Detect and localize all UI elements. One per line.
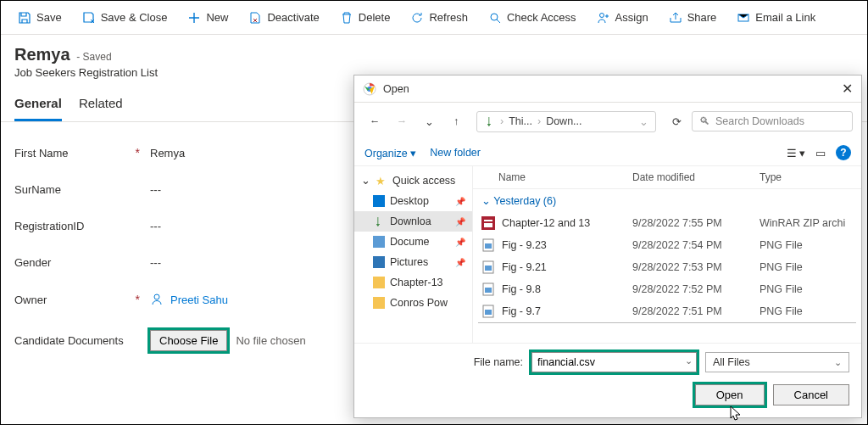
file-date: 9/28/2022 7:51 PM bbox=[632, 305, 760, 317]
regid-value[interactable]: --- bbox=[150, 220, 161, 232]
star-icon: ★ bbox=[376, 175, 387, 187]
group-yesterday[interactable]: ⌄ Yesterday (6) bbox=[473, 189, 861, 212]
regid-label: RegistrationID bbox=[14, 220, 84, 232]
share-button[interactable]: Share bbox=[660, 8, 726, 28]
owner-value[interactable]: Preeti Sahu bbox=[150, 293, 228, 306]
file-row[interactable]: Fig - 9.79/28/2022 7:51 PMPNG File bbox=[473, 300, 861, 322]
tree-chapter13[interactable]: Chapter-13 bbox=[354, 272, 472, 293]
file-icon bbox=[481, 216, 495, 230]
filter-dropdown[interactable]: All Files⌄ bbox=[705, 352, 849, 372]
pin-icon: 📌 bbox=[455, 258, 465, 267]
pictures-icon bbox=[373, 256, 385, 268]
forward-icon: → bbox=[390, 109, 414, 133]
record-saved: - Saved bbox=[76, 51, 111, 63]
command-bar: Save Save & Close New Deactivate Delete … bbox=[1, 1, 867, 35]
file-row[interactable]: Fig - 9.239/28/2022 7:54 PMPNG File bbox=[473, 234, 861, 256]
surname-value[interactable]: --- bbox=[150, 183, 161, 196]
svg-point-0 bbox=[491, 14, 498, 20]
tree-desktop[interactable]: Desktop📌 bbox=[354, 191, 472, 211]
file-icon bbox=[481, 305, 495, 318]
save-button[interactable]: Save bbox=[9, 8, 70, 28]
tab-general[interactable]: General bbox=[14, 91, 62, 121]
breadcrumb-root: Thi... bbox=[509, 115, 532, 127]
check-access-button[interactable]: Check Access bbox=[480, 8, 585, 28]
col-date[interactable]: Date modified bbox=[632, 171, 760, 183]
new-folder-button[interactable]: New folder bbox=[430, 147, 481, 159]
chevron-down-icon: ⌄ bbox=[361, 174, 370, 187]
file-date: 9/28/2022 7:54 PM bbox=[632, 239, 760, 251]
filename-label: File name: bbox=[474, 356, 523, 368]
svg-rect-14 bbox=[485, 310, 492, 315]
filename-input[interactable] bbox=[531, 352, 697, 372]
file-icon bbox=[481, 238, 495, 252]
trash-icon bbox=[340, 11, 353, 25]
svg-point-3 bbox=[154, 294, 159, 299]
nav-tree: ⌄ ★ Quick access Desktop📌 ⭣Downloa📌 Docu… bbox=[354, 166, 473, 343]
gender-value[interactable]: --- bbox=[150, 256, 161, 269]
owner-name: Preeti Sahu bbox=[170, 294, 228, 306]
share-label: Share bbox=[687, 11, 717, 24]
close-icon[interactable]: ✕ bbox=[827, 81, 853, 97]
new-button[interactable]: New bbox=[179, 8, 236, 28]
col-type[interactable]: Type bbox=[760, 171, 853, 183]
tab-related[interactable]: Related bbox=[79, 91, 123, 121]
recent-chevron-icon[interactable]: ⌄ bbox=[417, 109, 441, 133]
file-name: Fig - 9.7 bbox=[502, 305, 632, 317]
tree-documents[interactable]: Docume📌 bbox=[354, 232, 472, 252]
save-label: Save bbox=[36, 11, 62, 24]
choose-file-button[interactable]: Choose File bbox=[150, 330, 227, 351]
search-input[interactable]: 🔍︎ Search Downloads bbox=[692, 111, 853, 131]
assign-button[interactable]: Assign bbox=[588, 8, 657, 28]
file-row[interactable]: Fig - 9.89/28/2022 7:52 PMPNG File bbox=[473, 278, 861, 300]
save-close-icon bbox=[82, 11, 96, 25]
share-icon bbox=[669, 11, 682, 25]
file-type: WinRAR ZIP archi bbox=[760, 217, 853, 229]
required-icon: * bbox=[136, 293, 140, 306]
folder-icon bbox=[373, 277, 385, 288]
first-name-value[interactable]: Remya bbox=[150, 147, 185, 159]
organize-menu[interactable]: Organize ▾ bbox=[364, 147, 416, 159]
search-placeholder: Search Downloads bbox=[715, 115, 804, 127]
check-access-label: Check Access bbox=[507, 11, 576, 24]
file-row[interactable]: Chapter-12 and 139/28/2022 7:55 PMWinRAR… bbox=[473, 212, 861, 234]
save-icon bbox=[18, 11, 31, 25]
refresh-dialog-icon[interactable]: ⟳ bbox=[665, 109, 688, 133]
person-icon bbox=[150, 293, 164, 306]
file-row[interactable]: Fig - 9.219/28/2022 7:53 PMPNG File bbox=[473, 256, 861, 278]
up-icon[interactable]: ↑ bbox=[444, 109, 468, 133]
deactivate-button[interactable]: Deactivate bbox=[240, 8, 327, 28]
file-icon bbox=[481, 282, 495, 296]
pin-icon: 📌 bbox=[455, 197, 465, 206]
save-close-button[interactable]: Save & Close bbox=[74, 8, 176, 28]
file-type: PNG File bbox=[760, 305, 853, 317]
file-name: Chapter-12 and 13 bbox=[502, 217, 632, 229]
tree-pictures[interactable]: Pictures📌 bbox=[354, 252, 472, 272]
email-link-button[interactable]: Email a Link bbox=[728, 8, 824, 28]
svg-rect-8 bbox=[485, 243, 492, 249]
pin-icon: 📌 bbox=[455, 217, 465, 226]
file-name: Fig - 9.21 bbox=[502, 261, 632, 273]
help-icon[interactable]: ? bbox=[836, 145, 851, 160]
cancel-button[interactable]: Cancel bbox=[773, 384, 849, 405]
assign-icon bbox=[597, 11, 610, 25]
open-button[interactable]: Open bbox=[695, 384, 765, 405]
tree-downloads[interactable]: ⭣Downloa📌 bbox=[354, 211, 472, 232]
back-icon[interactable]: ← bbox=[363, 109, 387, 133]
cursor-icon bbox=[730, 405, 742, 421]
deactivate-label: Deactivate bbox=[267, 11, 319, 24]
first-name-label: First Name bbox=[14, 147, 69, 159]
chevron-down-icon: ⌄ bbox=[834, 357, 842, 368]
refresh-label: Refresh bbox=[429, 11, 468, 24]
col-name[interactable]: Name bbox=[481, 171, 632, 183]
preview-pane-icon[interactable]: ▭ bbox=[815, 147, 826, 159]
view-list-icon[interactable]: ☰ ▾ bbox=[787, 147, 805, 159]
pin-icon: 📌 bbox=[455, 238, 465, 247]
refresh-button[interactable]: Refresh bbox=[402, 8, 476, 28]
breadcrumb[interactable]: ⭣ › Thi... › Down... ⌄ bbox=[476, 111, 656, 132]
tree-conros[interactable]: Conros Pow bbox=[354, 293, 472, 313]
file-icon bbox=[481, 260, 495, 274]
tree-quick-access[interactable]: ⌄ ★ Quick access bbox=[354, 170, 472, 191]
file-date: 9/28/2022 7:52 PM bbox=[632, 283, 760, 295]
email-icon bbox=[737, 11, 750, 25]
delete-button[interactable]: Delete bbox=[331, 8, 399, 28]
